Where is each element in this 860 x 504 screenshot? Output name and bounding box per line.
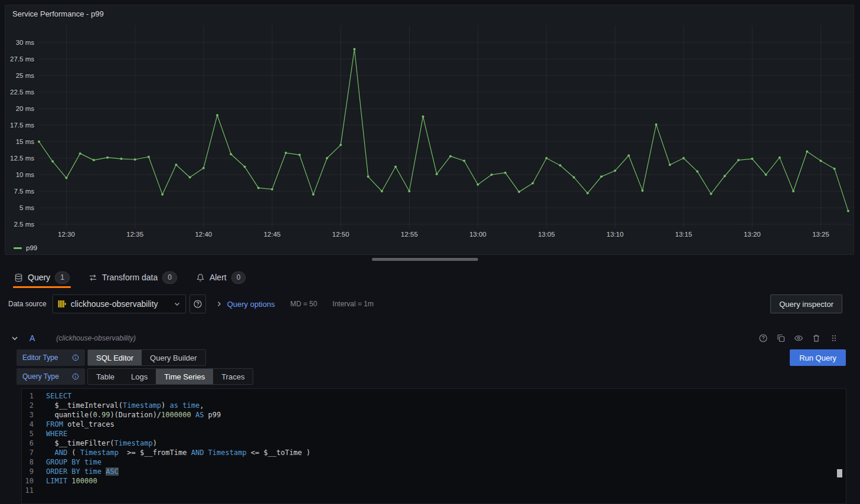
tab-query-label: Query	[28, 273, 50, 282]
code-line[interactable]: 6 $__timeFilter(Timestamp)	[22, 438, 846, 448]
line-number: 10	[22, 476, 34, 486]
tab-alert-count-badge: 0	[231, 271, 246, 284]
code-line[interactable]: 9ORDER BY time ASC	[22, 467, 846, 476]
database-icon	[14, 273, 23, 282]
editor-type-sql-editor[interactable]: SQL Editor	[88, 350, 142, 365]
query-type-table[interactable]: Table	[88, 369, 123, 384]
grafana-query-editor-page: Service Performance - p99 2.5 ms5 ms7.5 …	[0, 0, 860, 504]
query-type-logs[interactable]: Logs	[123, 369, 156, 384]
code-line[interactable]: 2 $__timeInterval(Timestamp) as time,	[22, 401, 846, 410]
line-text: $__timeInterval(Timestamp) as time,	[46, 401, 204, 410]
line-number: 3	[22, 410, 34, 420]
code-line[interactable]: 10LIMIT 100000	[22, 476, 846, 486]
question-circle-icon	[193, 299, 202, 309]
chart-legend[interactable]: p99	[14, 244, 37, 251]
datasource-label: Data source	[8, 300, 47, 308]
run-query-button[interactable]: Run Query	[790, 349, 846, 366]
chevron-down-icon	[174, 300, 181, 307]
code-line[interactable]: 5WHERE	[22, 429, 846, 438]
panel-title[interactable]: Service Performance - p99	[12, 9, 104, 18]
svg-text:7.5 ms: 7.5 ms	[14, 188, 34, 195]
line-text: WHERE	[46, 429, 67, 438]
tab-alert[interactable]: Alert 0	[195, 267, 247, 288]
line-text: quantile(0.99)(Duration)/1000000 AS p99	[46, 410, 221, 420]
line-text: ORDER BY time ASC	[46, 467, 119, 476]
tabs-bar: Query 1 Transform data 0 Alert 0	[5, 267, 855, 288]
query-type-time-series[interactable]: Time Series	[156, 369, 213, 384]
eye-icon[interactable]	[794, 333, 803, 343]
query-type-chip: Query Type	[17, 368, 85, 385]
svg-text:30 ms: 30 ms	[16, 39, 35, 46]
svg-text:13:20: 13:20	[744, 231, 761, 238]
svg-text:22.5 ms: 22.5 ms	[10, 89, 34, 96]
query-options-toggle[interactable]: Query options	[227, 300, 275, 309]
code-line[interactable]: 8GROUP BY time	[22, 457, 846, 467]
info-circle-icon[interactable]	[72, 354, 79, 361]
code-line[interactable]: 1SELECT	[22, 391, 846, 401]
line-number: 1	[22, 391, 34, 401]
svg-text:12:40: 12:40	[195, 231, 212, 238]
legend-series-swatch	[14, 247, 22, 249]
bell-icon	[196, 273, 205, 282]
datasource-help-button[interactable]	[189, 294, 206, 313]
tab-query-count-badge: 1	[55, 271, 70, 284]
line-text: FROM otel_traces	[46, 420, 115, 429]
query-toolbar: Data source clickhouse-observability	[5, 294, 855, 314]
code-line[interactable]: 3 quantile(0.99)(Duration)/1000000 AS p9…	[22, 410, 846, 420]
line-text: AND ( Timestamp >= $__fromTime AND Times…	[46, 448, 310, 457]
sql-editor[interactable]: 1SELECT2 $__timeInterval(Timestamp) as t…	[21, 388, 846, 504]
datasource-value: clickhouse-observability	[71, 299, 158, 309]
query-ref-id[interactable]: A	[30, 333, 35, 343]
svg-text:12:30: 12:30	[58, 231, 75, 238]
drag-handle-icon[interactable]	[829, 333, 839, 343]
svg-text:12:35: 12:35	[126, 231, 143, 238]
trash-icon[interactable]	[812, 333, 821, 343]
line-number: 11	[22, 486, 34, 495]
line-text: GROUP BY time	[46, 457, 102, 467]
horizontal-scrollbar-thumb[interactable]	[372, 258, 478, 261]
editor-type-row: Editor Type SQL Editor Query Builder Run…	[17, 349, 846, 366]
query-type-row: Query Type Table Logs Time Series Traces	[17, 368, 846, 385]
interval-value: Interval = 1m	[332, 300, 374, 308]
editor-type-query-builder[interactable]: Query Builder	[142, 350, 205, 365]
code-line[interactable]: 11	[22, 486, 846, 495]
svg-text:12.5 ms: 12.5 ms	[10, 155, 34, 162]
query-datasource-hint: (clickhouse-observability)	[56, 334, 136, 342]
copy-icon[interactable]	[776, 333, 786, 343]
chevron-right-icon[interactable]	[215, 300, 223, 307]
timeseries-chart: 2.5 ms5 ms7.5 ms10 ms12.5 ms15 ms17.5 ms…	[5, 23, 854, 243]
svg-text:25 ms: 25 ms	[16, 72, 35, 79]
svg-text:27.5 ms: 27.5 ms	[10, 55, 34, 63]
query-row-header: A (clickhouse-observability)	[5, 329, 855, 347]
svg-text:5 ms: 5 ms	[19, 204, 34, 211]
info-circle-icon[interactable]	[72, 373, 79, 380]
line-number: 2	[22, 401, 34, 410]
svg-text:12:55: 12:55	[401, 231, 418, 238]
transform-icon	[89, 273, 97, 282]
tab-transform-data[interactable]: Transform data 0	[87, 267, 178, 288]
tab-alert-label: Alert	[210, 273, 227, 282]
collapse-chevron-icon[interactable]	[11, 334, 19, 342]
timeseries-panel: Service Performance - p99 2.5 ms5 ms7.5 …	[5, 5, 854, 255]
svg-text:13:15: 13:15	[675, 231, 692, 238]
code-line[interactable]: 4FROM otel_traces	[22, 420, 846, 429]
editor-scrollbar-thumb[interactable]	[837, 469, 842, 477]
query-inspector-button[interactable]: Query inspector	[770, 294, 842, 313]
query-type-label: Query Type	[22, 372, 59, 381]
editor-type-switcher: SQL Editor Query Builder	[87, 349, 206, 366]
svg-text:15 ms: 15 ms	[16, 138, 35, 145]
clickhouse-logo-icon	[58, 300, 66, 308]
help-circle-icon[interactable]	[758, 333, 768, 343]
line-text: $__timeFilter(Timestamp)	[46, 438, 157, 448]
svg-text:10 ms: 10 ms	[16, 171, 35, 178]
tab-transform-count-badge: 0	[162, 271, 177, 284]
code-line[interactable]: 7 AND ( Timestamp >= $__fromTime AND Tim…	[22, 448, 846, 457]
tab-query[interactable]: Query 1	[13, 267, 71, 288]
datasource-picker[interactable]: clickhouse-observability	[53, 294, 186, 313]
tab-transform-label: Transform data	[102, 273, 158, 282]
query-type-switcher: Table Logs Time Series Traces	[87, 368, 253, 385]
query-type-traces[interactable]: Traces	[213, 369, 253, 384]
svg-text:20 ms: 20 ms	[16, 105, 35, 112]
query-row-actions	[758, 333, 839, 343]
line-number: 5	[22, 429, 34, 438]
